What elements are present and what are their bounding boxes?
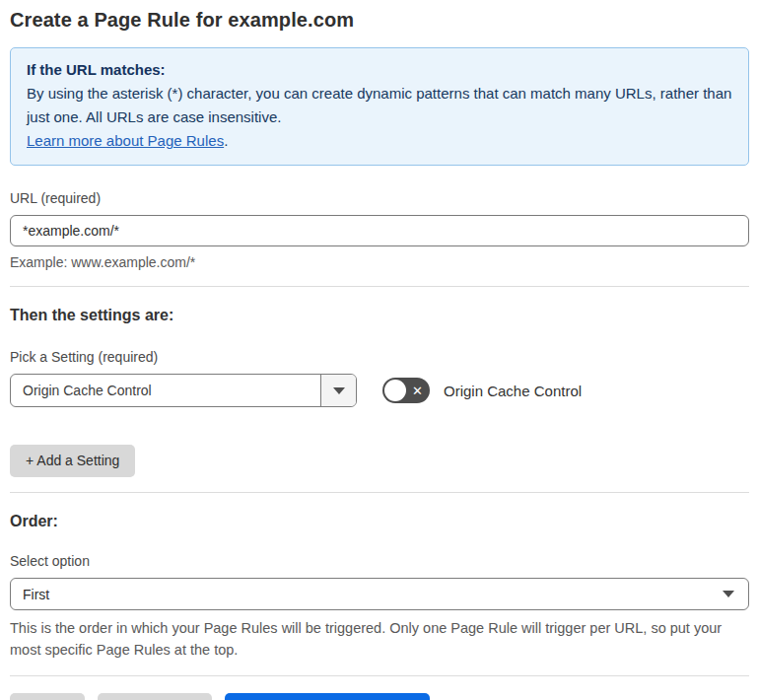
pick-setting-label: Pick a Setting (required) [10, 348, 749, 366]
order-select-value: First [23, 587, 723, 602]
order-help-text: This is the order in which your Page Rul… [10, 617, 744, 661]
order-section-heading: Order: [10, 512, 749, 531]
footer-actions: Cancel Save as Draft Save and Deploy Pag… [10, 693, 749, 700]
url-example-text: Example: www.example.com/* [10, 253, 749, 271]
toggle-knob [384, 380, 406, 401]
add-setting-button[interactable]: + Add a Setting [10, 445, 135, 477]
divider [10, 286, 749, 287]
setting-dropdown-arrow-button[interactable] [320, 375, 356, 406]
link-suffix: . [224, 132, 228, 149]
settings-section-heading: Then the settings are: [10, 306, 749, 325]
toggle-off-x-icon: ✕ [412, 378, 423, 403]
divider [10, 492, 749, 493]
origin-cache-control-toggle[interactable]: ✕ [382, 378, 430, 403]
cancel-button[interactable]: Cancel [10, 693, 85, 700]
order-select[interactable]: First [10, 578, 749, 610]
chevron-down-icon [333, 387, 345, 394]
save-and-deploy-button[interactable]: Save and Deploy Page Rule [225, 693, 430, 700]
url-field-label: URL (required) [10, 189, 749, 207]
chevron-down-icon [723, 591, 734, 597]
url-match-info-box: If the URL matches: By using the asteris… [10, 47, 749, 166]
info-box-heading: If the URL matches: [27, 58, 732, 82]
setting-dropdown[interactable]: Origin Cache Control [10, 374, 357, 407]
setting-dropdown-value: Origin Cache Control [11, 375, 320, 406]
info-box-body: By using the asterisk (*) character, you… [27, 82, 732, 129]
setting-row: Origin Cache Control ✕ Origin Cache Cont… [10, 374, 749, 407]
select-option-label: Select option [10, 552, 749, 570]
divider [10, 675, 749, 676]
toggle-label: Origin Cache Control [444, 383, 582, 399]
url-input[interactable] [10, 215, 749, 246]
page-title: Create a Page Rule for example.com [10, 6, 749, 34]
learn-more-link[interactable]: Learn more about Page Rules [27, 132, 224, 149]
save-as-draft-button[interactable]: Save as Draft [98, 693, 213, 700]
